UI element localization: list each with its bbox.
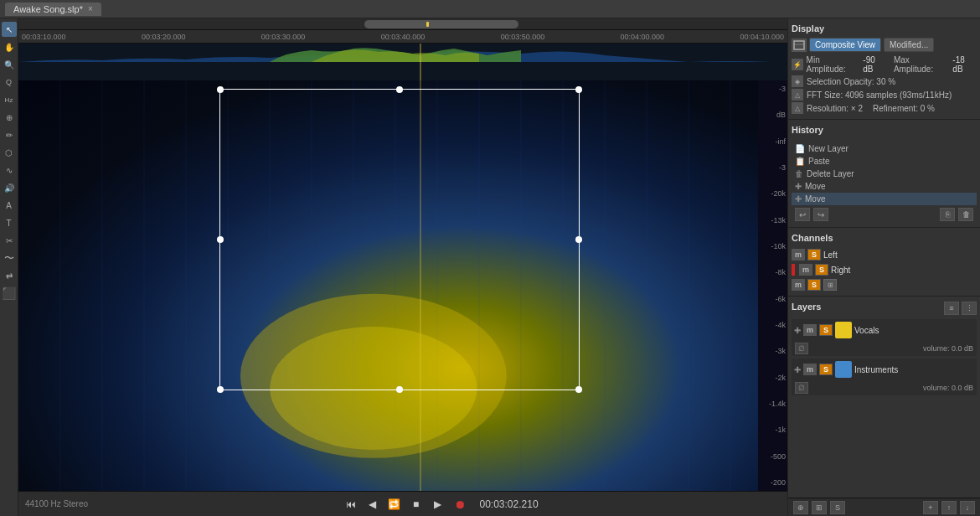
delete-label: Delete Layer xyxy=(807,169,854,178)
layer-instruments: ✚ m S Instruments ∅ volume: 0.0 dB xyxy=(792,359,977,395)
bottom-icon-6[interactable]: ↓ xyxy=(960,501,975,514)
waveform-bar: 00:03:10.000 00:03:20.000 00:03:30.000 0… xyxy=(18,30,787,80)
layers-title: Layers xyxy=(792,300,821,313)
tool-q[interactable]: Q xyxy=(2,75,17,90)
layer-instruments-sub: ∅ volume: 0.0 dB xyxy=(792,380,977,395)
stop-btn[interactable]: ■ xyxy=(408,496,425,513)
tool-add[interactable]: ⊕ xyxy=(2,110,17,125)
history-item-paste[interactable]: 📋 Paste xyxy=(792,155,977,168)
channel-extra-grid[interactable]: ⊞ xyxy=(823,279,837,291)
trash-btn[interactable]: 🗑 xyxy=(958,208,973,221)
tool-wave[interactable]: ∿ xyxy=(2,163,17,178)
spectrogram-area[interactable]: -3 dB -inf -3 -20k -13k -10k -8k -6k -4k… xyxy=(18,80,787,491)
y-label: -4k xyxy=(760,321,786,329)
channel-extra-solo[interactable]: S xyxy=(807,279,821,291)
layer-vocals-move[interactable]: ✚ xyxy=(794,326,801,335)
display-title: Display xyxy=(792,22,977,35)
y-label: -8k xyxy=(760,268,786,276)
view-controls: Composite View Modified... xyxy=(792,38,977,52)
tool-scissors[interactable]: ✂ xyxy=(2,233,17,248)
redo-btn[interactable]: ↪ xyxy=(813,208,828,221)
bottom-icon-2[interactable]: ⊞ xyxy=(812,501,827,514)
tool-select[interactable]: ↖ xyxy=(2,22,17,37)
modified-btn[interactable]: Modified... xyxy=(884,38,934,52)
ruler-mark-3: 00:03:30.000 xyxy=(261,33,306,41)
bottom-icon-3[interactable]: S xyxy=(830,501,845,514)
layer-instruments-solo[interactable]: S xyxy=(819,364,833,375)
channel-left-solo[interactable]: S xyxy=(807,249,821,261)
composite-view-btn[interactable]: Composite View xyxy=(809,38,881,52)
tool-black[interactable]: ⬛ xyxy=(2,286,17,301)
fft-icon: △ xyxy=(792,89,803,101)
ruler-mark-6: 00:04:00.000 xyxy=(621,33,665,41)
history-section: History 📄 New Layer 📋 Paste 🗑 Delete Lay… xyxy=(788,120,980,228)
tool-zoom[interactable]: 🔍 xyxy=(2,57,17,72)
skip-back-btn[interactable]: ⏮ xyxy=(343,496,359,513)
play-btn[interactable]: ▶ xyxy=(430,496,446,513)
bottom-icon-4[interactable]: + xyxy=(923,501,938,514)
loop-btn[interactable]: 🔁 xyxy=(386,496,403,513)
right-panel: Display Composite View Modified... ⚡ Min… xyxy=(787,18,980,516)
layer-vocals-mute[interactable]: m xyxy=(803,324,817,336)
tool-text-t[interactable]: T xyxy=(2,215,17,230)
bottom-icon-5[interactable]: ↑ xyxy=(941,501,957,514)
tool-speaker[interactable]: 🔊 xyxy=(2,180,17,195)
layer-instruments-name: Instruments xyxy=(854,365,974,374)
record-btn[interactable]: ⏺ xyxy=(451,496,468,513)
history-item-new-layer[interactable]: 📄 New Layer xyxy=(792,142,977,155)
tool-freq[interactable]: Hz xyxy=(2,92,17,107)
spectrogram-overlay xyxy=(18,80,758,491)
layer-vocals-solo[interactable]: S xyxy=(819,324,833,336)
layer-instruments-move[interactable]: ✚ xyxy=(794,365,801,374)
layer-instruments-mute[interactable]: m xyxy=(803,364,817,375)
y-label: -inf xyxy=(760,137,786,146)
y-label: -3 xyxy=(760,85,786,93)
tab-close-btn[interactable]: × xyxy=(88,4,93,13)
channel-right-solo[interactable]: S xyxy=(815,264,828,276)
tool-pencil[interactable]: ✏ xyxy=(2,127,17,142)
file-tab[interactable]: Awake Song.slp* × xyxy=(5,3,101,16)
layer-vocals-no-icon[interactable]: ∅ xyxy=(795,343,808,354)
y-axis: -3 dB -inf -3 -20k -13k -10k -8k -6k -4k… xyxy=(758,80,787,491)
layer-instruments-no-icon[interactable]: ∅ xyxy=(795,382,808,394)
history-item-move-1[interactable]: ✚ Move xyxy=(792,180,977,193)
resolution-icon: △ xyxy=(792,102,803,114)
tool-hand[interactable]: ✋ xyxy=(2,39,17,54)
channel-right-indicator xyxy=(792,264,795,276)
move-1-icon: ✚ xyxy=(795,182,802,191)
waveform-svg xyxy=(18,44,787,80)
bottom-panel: ⊕ ⊞ S + ↑ ↓ xyxy=(788,498,980,516)
channel-right-mute[interactable]: m xyxy=(799,264,812,276)
bottom-icon-1[interactable]: ⊕ xyxy=(793,501,808,514)
copy-btn[interactable]: ⎘ xyxy=(940,208,955,221)
center-area: 00:03:10.000 00:03:20.000 00:03:30.000 0… xyxy=(18,18,787,516)
main-layout: ↖ ✋ 🔍 Q Hz ⊕ ✏ ⬡ ∿ 🔊 A T ✂ 〜 ⇄ ⬛ 00:03:1… xyxy=(0,18,980,516)
transport-bar: 44100 Hz Stereo ⏮ ◀ 🔁 ■ ▶ ⏺ 00:03:02.210 xyxy=(18,491,787,516)
scroll-thumb[interactable] xyxy=(364,20,518,28)
scroll-bar[interactable] xyxy=(18,18,787,30)
layers-options-btn[interactable]: ⋮ xyxy=(962,302,977,315)
composite-icon[interactable] xyxy=(792,39,807,52)
channel-left-mute[interactable]: m xyxy=(792,249,805,261)
waveform-canvas[interactable] xyxy=(18,44,787,80)
tool-shape[interactable]: ⬡ xyxy=(2,145,17,160)
new-layer-icon: 📄 xyxy=(795,144,805,153)
amplitude-icon: ⚡ xyxy=(792,59,803,70)
history-item-delete[interactable]: 🗑 Delete Layer xyxy=(792,168,977,180)
undo-btn[interactable]: ↩ xyxy=(795,208,810,221)
layers-header: Layers ≡ ⋮ xyxy=(792,300,977,316)
svg-rect-22 xyxy=(794,41,804,49)
layers-menu-btn[interactable]: ≡ xyxy=(944,302,959,315)
layer-vocals-color[interactable] xyxy=(835,322,852,338)
tool-swap[interactable]: ⇄ xyxy=(2,268,17,283)
paste-label: Paste xyxy=(808,157,830,166)
ruler-mark-2: 00:03:20.000 xyxy=(142,33,186,41)
tool-tilde[interactable]: 〜 xyxy=(2,250,17,266)
move-2-icon: ✚ xyxy=(795,194,802,204)
delete-icon: 🗑 xyxy=(795,169,803,178)
play-back-btn[interactable]: ◀ xyxy=(364,496,381,513)
layer-instruments-color[interactable] xyxy=(835,361,852,378)
channel-extra-mute[interactable]: m xyxy=(792,279,805,291)
history-item-move-2[interactable]: ✚ Move xyxy=(792,193,977,205)
tool-text-a[interactable]: A xyxy=(2,198,17,213)
